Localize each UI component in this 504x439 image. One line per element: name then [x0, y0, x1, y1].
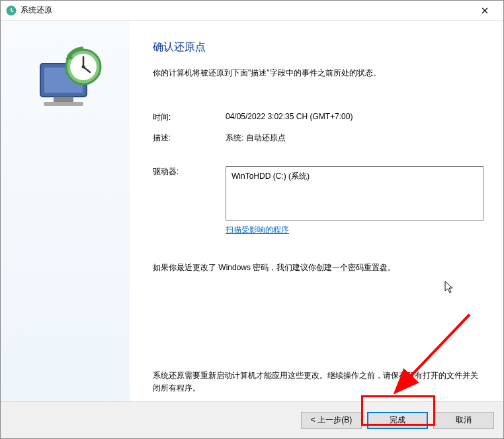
finish-button[interactable]: 完成	[367, 412, 428, 429]
drive-item: WinToHDD (C:) (系统)	[231, 171, 478, 182]
page-heading: 确认还原点	[153, 40, 483, 54]
drives-label: 驱动器:	[153, 166, 226, 220]
drives-row: 驱动器: WinToHDD (C:) (系统)	[153, 166, 483, 220]
content-area: 确认还原点 你的计算机将被还原到下面"描述"字段中的事件之前所处的状态。 时间:…	[1, 21, 503, 401]
app-icon	[6, 5, 17, 16]
drives-list: WinToHDD (C:) (系统)	[226, 166, 483, 220]
desc-label: 描述:	[153, 132, 226, 144]
time-label: 时间:	[153, 112, 226, 123]
page-subheading: 你的计算机将被还原到下面"描述"字段中的事件之前所处的状态。	[153, 68, 483, 79]
scan-programs-link[interactable]: 扫描受影响的程序	[226, 224, 483, 236]
sidebar	[1, 21, 130, 401]
system-restore-window: 系统还原	[0, 0, 504, 439]
restore-icon	[27, 40, 106, 120]
main-panel: 确认还原点 你的计算机将被还原到下面"描述"字段中的事件之前所处的状态。 时间:…	[130, 21, 503, 401]
svg-point-7	[82, 66, 85, 69]
desc-value: 系统: 自动还原点	[226, 132, 483, 144]
svg-rect-4	[44, 102, 83, 106]
time-value: 04/05/2022 3:02:35 CH (GMT+7:00)	[226, 112, 483, 123]
cancel-button[interactable]: 取消	[433, 412, 494, 429]
back-button[interactable]: < 上一步(B)	[301, 412, 362, 429]
svg-rect-3	[54, 97, 73, 102]
window-title: 系统还原	[21, 5, 472, 16]
close-button[interactable]	[472, 1, 498, 20]
restart-warning: 系统还原需要重新启动计算机才能应用这些更改。继续操作之前，请保存所有打开的文件并…	[153, 369, 483, 395]
button-footer: < 上一步(B) 完成 取消	[1, 401, 503, 438]
password-warning: 如果你最近更改了 Windows 密码，我们建议你创建一个密码重置盘。	[153, 262, 483, 273]
titlebar: 系统还原	[1, 1, 503, 21]
time-row: 时间: 04/05/2022 3:02:35 CH (GMT+7:00)	[153, 112, 483, 123]
desc-row: 描述: 系统: 自动还原点	[153, 132, 483, 144]
